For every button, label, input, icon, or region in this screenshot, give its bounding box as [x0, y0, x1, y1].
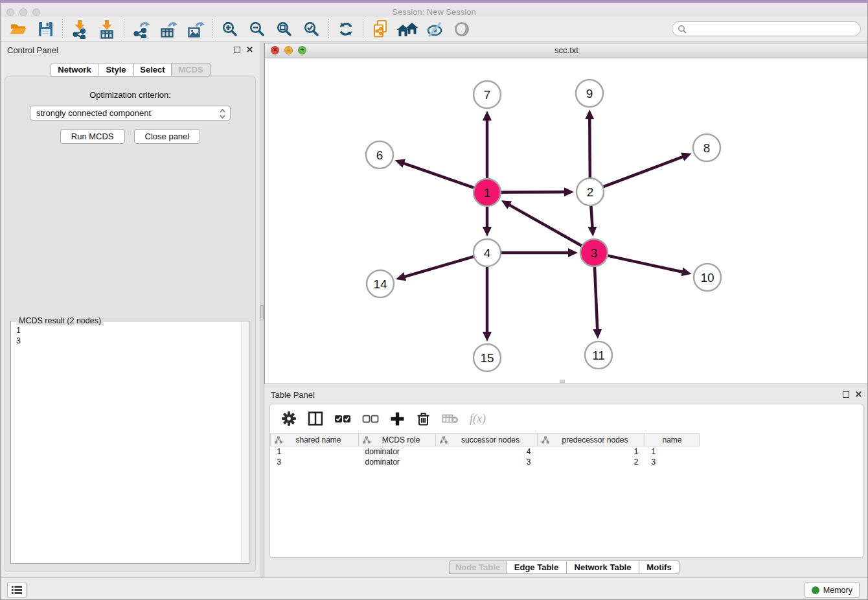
- control-panel-title: Control Panel: [7, 45, 58, 55]
- table-cell[interactable]: dominator: [359, 457, 436, 467]
- memory-button[interactable]: Memory: [805, 582, 860, 598]
- table-cell[interactable]: dominator: [359, 446, 436, 457]
- edge-1-2[interactable]: [501, 192, 565, 192]
- node-4[interactable]: 4: [474, 239, 501, 266]
- table-cell[interactable]: 3: [436, 457, 538, 467]
- save-session-button[interactable]: [32, 19, 59, 40]
- table-cell[interactable]: 1: [645, 446, 700, 457]
- zoom-in-button[interactable]: [216, 19, 244, 40]
- column-header-2[interactable]: successor nodes: [436, 433, 538, 446]
- table-cell[interactable]: 1: [271, 446, 359, 457]
- show-columns-button[interactable]: [308, 411, 323, 426]
- tab-node-table[interactable]: Node Table: [449, 560, 507, 574]
- node-9[interactable]: 9: [576, 80, 603, 107]
- tab-edge-table[interactable]: Edge Table: [507, 560, 567, 574]
- tab-network[interactable]: Network: [51, 63, 98, 76]
- node-2[interactable]: 2: [577, 178, 604, 205]
- node-3[interactable]: 3: [580, 239, 608, 266]
- node-8[interactable]: 8: [693, 134, 720, 161]
- select-all-button[interactable]: [334, 413, 351, 424]
- close-panel-icon[interactable]: ✕: [246, 46, 253, 53]
- column-header-3[interactable]: predecessor nodes: [538, 433, 645, 446]
- import-network-button[interactable]: [66, 19, 93, 40]
- delete-table-button[interactable]: [442, 413, 459, 424]
- add-column-button[interactable]: [390, 411, 405, 426]
- plus-icon: [390, 411, 405, 426]
- node-11[interactable]: 11: [585, 341, 612, 369]
- zoom-fit-button[interactable]: [271, 19, 298, 40]
- node-label: 15: [480, 351, 494, 365]
- node-10[interactable]: 10: [694, 264, 721, 291]
- task-history-button[interactable]: [7, 582, 27, 598]
- edge-2-9[interactable]: [589, 118, 590, 178]
- open-session-button[interactable]: [5, 19, 32, 40]
- edge-2-3[interactable]: [591, 206, 592, 228]
- optimization-criterion-label: Optimization criterion:: [5, 90, 255, 100]
- table-cell[interactable]: 3: [271, 457, 359, 467]
- network-canvas[interactable]: 7968124314101511: [265, 58, 868, 384]
- node-14[interactable]: 14: [367, 270, 394, 297]
- table-cell[interactable]: 4: [436, 446, 538, 457]
- export-image-button[interactable]: [182, 19, 209, 40]
- delete-column-button[interactable]: [416, 411, 431, 426]
- table-cell[interactable]: 2: [538, 457, 645, 467]
- close-panel-button[interactable]: Close panel: [134, 129, 201, 144]
- float-panel-icon[interactable]: [234, 47, 240, 53]
- header-filler: [700, 433, 863, 446]
- node-15[interactable]: 15: [474, 344, 501, 371]
- table-row[interactable]: 1dominator411: [271, 446, 863, 457]
- criterion-select[interactable]: strongly connected component: [30, 106, 231, 121]
- flow-icon: [363, 436, 371, 444]
- column-header-4[interactable]: name: [645, 433, 700, 446]
- export-network-button[interactable]: [128, 19, 155, 40]
- edge-3-10[interactable]: [608, 256, 683, 272]
- search-input[interactable]: [690, 23, 855, 34]
- result-scrollbar[interactable]: [241, 322, 248, 562]
- edge-4-14[interactable]: [404, 257, 473, 277]
- export-network-icon: [132, 20, 150, 38]
- mcds-result-lines[interactable]: 13: [11, 324, 241, 563]
- node-7[interactable]: 7: [474, 81, 501, 108]
- table-cell[interactable]: 3: [645, 457, 700, 467]
- network-resize-grip[interactable]: [560, 380, 565, 383]
- apply-function-button[interactable]: f(x): [470, 412, 486, 426]
- table-cell[interactable]: 1: [538, 446, 645, 457]
- run-mcds-button[interactable]: Run MCDS: [60, 129, 125, 144]
- node-1[interactable]: 1: [474, 179, 501, 206]
- node-6[interactable]: 6: [366, 141, 393, 168]
- export-table-button[interactable]: [155, 19, 182, 40]
- chevron-up-down-icon: [219, 108, 226, 119]
- table-settings-button[interactable]: [281, 411, 297, 426]
- edge-3-11[interactable]: [595, 267, 597, 330]
- clone-network-button[interactable]: [367, 19, 394, 40]
- zoom-selected-button[interactable]: [298, 19, 325, 40]
- birds-eye-view-button[interactable]: [448, 19, 475, 40]
- column-header-1[interactable]: MCDS role: [359, 433, 436, 446]
- toolbar-separator: [363, 19, 363, 40]
- tab-mcds[interactable]: MCDS: [172, 63, 211, 76]
- deselect-all-button[interactable]: [362, 413, 379, 424]
- trash-icon: [416, 411, 431, 426]
- close-panel-icon[interactable]: ✕: [855, 391, 862, 398]
- show-all-networks-button[interactable]: [394, 19, 421, 40]
- edge-1-6[interactable]: [403, 163, 474, 188]
- vertical-splitter[interactable]: [260, 41, 264, 577]
- tab-select[interactable]: Select: [134, 63, 172, 76]
- float-panel-icon[interactable]: [843, 391, 849, 398]
- apply-layout-button[interactable]: [332, 19, 360, 40]
- tab-motifs[interactable]: Motifs: [639, 560, 680, 574]
- export-table-icon: [159, 20, 177, 38]
- edge-2-8[interactable]: [604, 156, 684, 187]
- column-header-0[interactable]: shared name: [271, 433, 359, 446]
- table-row[interactable]: 3dominator323: [271, 457, 863, 467]
- splitter-grip[interactable]: [260, 305, 264, 319]
- edge-3-1[interactable]: [508, 205, 582, 246]
- hide-graphics-details-button[interactable]: [421, 19, 448, 40]
- zoom-out-button[interactable]: [244, 19, 271, 40]
- flow-icon: [440, 436, 448, 444]
- tab-style[interactable]: Style: [98, 63, 134, 76]
- import-table-button[interactable]: [93, 19, 120, 40]
- tab-network-table[interactable]: Network Table: [567, 560, 639, 574]
- node-label: 3: [591, 246, 598, 260]
- zoom-selected-icon: [303, 21, 320, 38]
